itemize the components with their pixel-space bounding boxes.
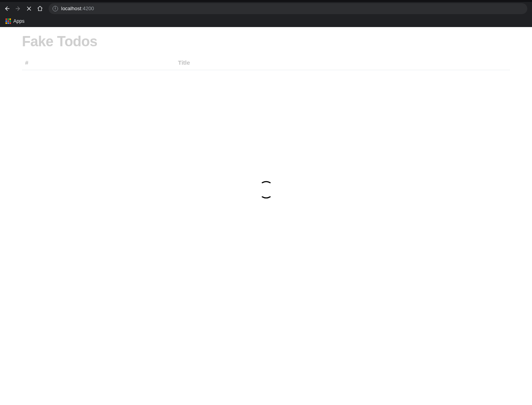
forward-icon bbox=[15, 5, 21, 12]
column-header-hash: # bbox=[25, 59, 178, 66]
spinner-icon bbox=[256, 180, 276, 200]
apps-icon bbox=[5, 18, 11, 24]
apps-label: Apps bbox=[13, 18, 25, 24]
table-header: # Title bbox=[22, 55, 510, 70]
home-icon bbox=[37, 5, 43, 12]
page-content: Fake Todos # Title bbox=[0, 27, 532, 405]
page-title: Fake Todos bbox=[22, 33, 510, 50]
stop-button[interactable] bbox=[24, 3, 34, 14]
home-button[interactable] bbox=[34, 3, 45, 14]
address-bar[interactable]: i localhost:4200 bbox=[49, 3, 527, 14]
back-icon bbox=[4, 5, 10, 12]
browser-chrome: i localhost:4200 Apps bbox=[0, 0, 532, 27]
url-text: localhost:4200 bbox=[61, 5, 94, 11]
url-port: :4200 bbox=[81, 5, 94, 11]
loading-spinner bbox=[256, 180, 276, 201]
column-header-title: Title bbox=[178, 59, 507, 66]
back-button[interactable] bbox=[2, 3, 13, 14]
close-icon bbox=[26, 5, 32, 12]
site-info-icon[interactable]: i bbox=[53, 6, 58, 11]
forward-button bbox=[13, 3, 24, 14]
bookmarks-bar: Apps bbox=[0, 15, 532, 27]
browser-toolbar: i localhost:4200 bbox=[0, 2, 532, 15]
url-host: localhost bbox=[61, 5, 81, 11]
apps-button[interactable]: Apps bbox=[3, 17, 27, 25]
